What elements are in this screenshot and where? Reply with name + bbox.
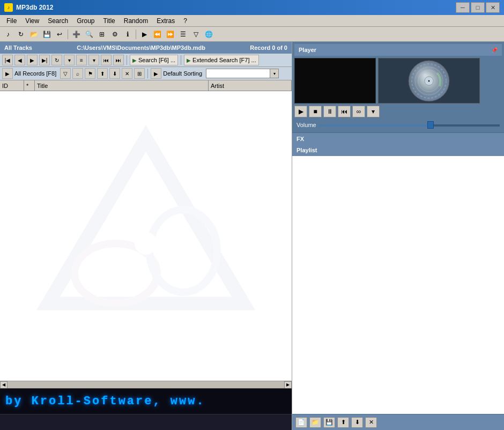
volume-label: Volume (297, 122, 316, 128)
playlist-header: Playlist (292, 144, 504, 156)
nav-prev2[interactable]: ⏮ (101, 55, 112, 65)
extended-search-button[interactable]: ▶ Extended Search [F7] ... (184, 55, 259, 65)
volume-control[interactable] (318, 120, 500, 130)
rb-save[interactable]: 💾 (323, 417, 335, 428)
fx-section: FX (292, 132, 504, 144)
filter-dropdown-btn[interactable]: ▾ (270, 69, 279, 78)
rb-down[interactable]: ⬇ (351, 417, 363, 428)
play-all-btn[interactable]: ▶ (2, 68, 13, 79)
play-sort-btn[interactable]: ▶ (151, 68, 161, 79)
svg-point-1 (75, 243, 157, 303)
tb-list[interactable]: ☰ (177, 28, 189, 40)
led-display: by Kroll-Software, www. (0, 388, 292, 414)
scroll-track[interactable] (8, 381, 284, 389)
menu-bar: File View Search Group Title Random Extr… (0, 15, 504, 27)
tb-undo[interactable]: ↩ (54, 28, 65, 40)
loop-dropdown-button[interactable]: ▾ (367, 106, 380, 117)
tb-view[interactable]: ⊞ (96, 28, 108, 40)
cd-disc (407, 60, 450, 102)
search-button[interactable]: ▶ Search [F6] ... (130, 55, 178, 65)
rb-new[interactable]: 📄 (295, 417, 307, 428)
sep3 (147, 69, 148, 78)
rb-open[interactable]: 📁 (309, 417, 321, 428)
tb-back[interactable]: ⏪ (151, 28, 163, 40)
search-label: Search [F6] ... (138, 57, 175, 63)
play-button[interactable]: ▶ (294, 106, 307, 117)
cols-btn[interactable]: ⊞ (134, 68, 145, 79)
menu-title[interactable]: Title (99, 16, 120, 26)
nav-next[interactable]: ▶ (27, 55, 38, 65)
h-scrollbar: ◀ ▶ (0, 381, 292, 388)
menu-extras[interactable]: Extras (152, 16, 179, 26)
tb-save[interactable]: 💾 (41, 28, 53, 40)
filter-toolbar: ▶ All Records [F8] ▽ ⌕ ⚑ ⬆ ⬇ ✕ ⊞ ▶ Defau… (0, 67, 292, 80)
nav-last[interactable]: ▶| (39, 55, 50, 65)
scroll-right-btn[interactable]: ▶ (284, 381, 292, 389)
binoculars-btn[interactable]: ⌕ (72, 68, 83, 79)
filter-input[interactable] (206, 69, 270, 78)
stop-button[interactable]: ■ (309, 106, 322, 117)
menu-random[interactable]: Random (120, 16, 152, 26)
filter-input-wrap: ▾ (206, 69, 279, 78)
nav-dropdown[interactable]: ▾ (64, 55, 75, 65)
pause-button[interactable]: ⏸ (323, 106, 336, 117)
menu-view[interactable]: View (21, 16, 43, 26)
toolbar-separator-1 (68, 29, 68, 39)
rb-up[interactable]: ⬆ (337, 417, 349, 428)
menu-help[interactable]: ? (179, 16, 191, 26)
table-body (0, 91, 292, 381)
mini-display (0, 414, 292, 430)
sep1 (127, 55, 127, 65)
volume-track[interactable] (318, 124, 500, 127)
menu-file[interactable]: File (2, 16, 21, 26)
tb-music-icon[interactable]: ♪ (2, 28, 14, 40)
tag-btn[interactable]: ⚑ (85, 68, 95, 79)
main-container: All Tracks C:\Users\VMS\Documents\MP3db\… (0, 42, 504, 430)
maximize-button[interactable]: □ (471, 2, 485, 13)
panel-title: All Tracks (4, 45, 32, 51)
loop-button[interactable]: ∞ (352, 106, 365, 117)
title-bar: ♪ MP3db 2012 ─ □ ✕ (0, 0, 504, 15)
tb-filter[interactable]: ▽ (190, 28, 202, 40)
player-title: Player (299, 47, 316, 53)
tb-search2[interactable]: 🔍 (83, 28, 95, 40)
volume-thumb[interactable] (427, 121, 434, 129)
prev-button[interactable]: ⏮ (338, 106, 351, 117)
svg-point-11 (428, 80, 430, 82)
tb-play-small[interactable]: ▶ (138, 28, 150, 40)
playlist-title: Playlist (297, 147, 317, 153)
menu-group[interactable]: Group (72, 16, 99, 26)
col-title: Title (35, 80, 209, 91)
nav-refresh[interactable]: ↻ (51, 55, 62, 65)
nav-first[interactable]: |◀ (2, 55, 13, 65)
tb-globe[interactable]: 🌐 (203, 28, 214, 40)
playlist-body (292, 156, 504, 414)
tb-open[interactable]: 📂 (28, 28, 40, 40)
col-artist: Artist (209, 80, 292, 91)
export-btn[interactable]: ⬆ (97, 68, 108, 79)
nav-next2[interactable]: ⏭ (113, 55, 124, 65)
table-header: ID * Title Artist (0, 80, 292, 91)
tb-settings[interactable]: ⚙ (109, 28, 121, 40)
tb-refresh[interactable]: ↻ (15, 28, 27, 40)
close-button[interactable]: ✕ (486, 2, 500, 13)
player-header: Player 📌 (294, 44, 502, 56)
all-records-label: All Records [F8] (14, 70, 56, 77)
record-info: Record 0 of 0 (250, 45, 287, 51)
minimize-button[interactable]: ─ (456, 2, 470, 13)
delete-btn[interactable]: ✕ (122, 68, 132, 79)
scroll-left-btn[interactable]: ◀ (0, 381, 8, 389)
import-btn[interactable]: ⬇ (109, 68, 120, 79)
nav-prev[interactable]: ◀ (14, 55, 25, 65)
rb-remove[interactable]: ✕ (365, 417, 377, 428)
player-section: Player 📌 (292, 42, 504, 132)
tb-add[interactable]: ➕ (70, 28, 82, 40)
pin-button[interactable]: 📌 (491, 47, 498, 53)
filter-btn[interactable]: ▽ (60, 68, 71, 79)
main-toolbar: ♪ ↻ 📂 💾 ↩ ➕ 🔍 ⊞ ⚙ ℹ ▶ ⏪ ⏩ ☰ ▽ 🌐 (0, 27, 504, 42)
tb-fwd[interactable]: ⏩ (164, 28, 176, 40)
nav-filter[interactable]: ▾ (88, 55, 99, 65)
nav-list[interactable]: ≡ (76, 55, 87, 65)
menu-search[interactable]: Search (43, 16, 72, 26)
tb-info[interactable]: ℹ (122, 28, 134, 40)
